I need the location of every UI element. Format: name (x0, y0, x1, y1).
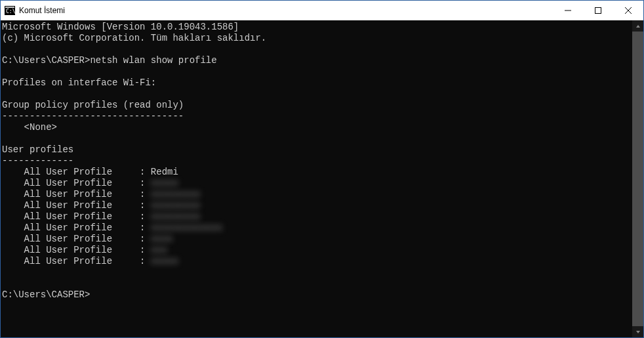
minimize-button[interactable] (553, 1, 583, 20)
titlebar[interactable]: C:\ Komut İstemi (1, 1, 643, 20)
profile-label: All User Profile (24, 211, 112, 222)
blank-line (2, 133, 632, 144)
scrollbar-thumb[interactable] (632, 32, 643, 326)
terminal-output[interactable]: Microsoft Windows [Version 10.0.19043.15… (1, 20, 632, 337)
blank-line (2, 278, 632, 289)
blank-line (2, 267, 632, 278)
cmd-icon: C:\ (5, 5, 15, 16)
prompt-line: C:\Users\CASPER> (2, 289, 632, 301)
profile-row: All User Profile : xxxxxxxxxxxxx (2, 222, 632, 234)
profile-row: All User Profile : xxxxx (2, 256, 632, 267)
scrollbar-up-button[interactable] (632, 20, 643, 32)
profile-row: All User Profile : xxxxxxxxx (2, 200, 632, 211)
profile-value-redacted: xxxxxxxxx (151, 211, 201, 222)
profile-value: Redmi (151, 167, 178, 177)
prompt-path: C:\Users\CASPER> (2, 55, 90, 66)
command-prompt-window: C:\ Komut İstemi Microsoft Windows [Vers… (0, 0, 644, 338)
svg-marker-8 (636, 331, 640, 333)
profile-label: All User Profile (24, 222, 112, 233)
profile-value-redacted: xxxxxxxxx (151, 200, 201, 211)
gpp-none-line: <None> (2, 122, 632, 133)
profile-row: All User Profile : Redmi (2, 167, 632, 178)
gpp-none: <None> (24, 122, 57, 133)
profile-row: All User Profile : xxxx (2, 234, 632, 245)
gpp-separator: --------------------------------- (2, 111, 632, 122)
copyright-line: (c) Microsoft Corporation. Tüm hakları s… (2, 33, 632, 44)
profile-row: All User Profile : xxxxxxxxx (2, 189, 632, 200)
profile-label: All User Profile (24, 178, 112, 188)
profile-value-redacted: xxxx (151, 234, 173, 244)
profile-row: All User Profile : xxxxxxxxx (2, 211, 632, 222)
scrollbar-track[interactable] (632, 32, 643, 326)
window-controls (553, 1, 643, 20)
profile-value-redacted: xxx (151, 245, 167, 255)
profile-value-redacted: xxxxx (151, 256, 178, 266)
close-button[interactable] (613, 1, 643, 20)
blank-line (2, 89, 632, 100)
vertical-scrollbar[interactable] (632, 20, 643, 337)
profile-label: All User Profile (24, 200, 112, 211)
prompt-line: C:\Users\CASPER>netsh wlan show profile (2, 55, 632, 66)
version-line: Microsoft Windows [Version 10.0.19043.15… (2, 22, 632, 33)
svg-marker-7 (636, 25, 640, 28)
svg-text:C:\: C:\ (6, 9, 15, 14)
svg-rect-4 (595, 8, 601, 14)
profile-value-redacted: xxxxxxxxxxxxx (151, 222, 222, 233)
user-separator: ------------- (2, 156, 632, 167)
profile-value-redacted: xxxxx (151, 178, 178, 188)
blank-line (2, 44, 632, 55)
window-title: Komut İstemi (19, 6, 553, 15)
svg-rect-1 (5, 7, 14, 8)
prompt-command: netsh wlan show profile (90, 55, 216, 66)
user-heading: User profiles (2, 144, 632, 156)
profile-label: All User Profile (24, 167, 112, 177)
profile-row: All User Profile : xxx (2, 245, 632, 256)
profile-label: All User Profile (24, 234, 112, 244)
prompt-path: C:\Users\CASPER> (2, 289, 90, 300)
gpp-heading: Group policy profiles (read only) (2, 100, 632, 111)
terminal-container: Microsoft Windows [Version 10.0.19043.15… (1, 20, 643, 337)
blank-line (2, 66, 632, 77)
profile-value-redacted: xxxxxxxxx (151, 189, 201, 200)
scrollbar-down-button[interactable] (632, 326, 643, 337)
interface-heading: Profiles on interface Wi-Fi: (2, 77, 632, 89)
profile-label: All User Profile (24, 245, 112, 255)
profile-label: All User Profile (24, 256, 112, 266)
maximize-button[interactable] (583, 1, 613, 20)
profile-label: All User Profile (24, 189, 112, 200)
profile-row: All User Profile : xxxxx (2, 178, 632, 189)
